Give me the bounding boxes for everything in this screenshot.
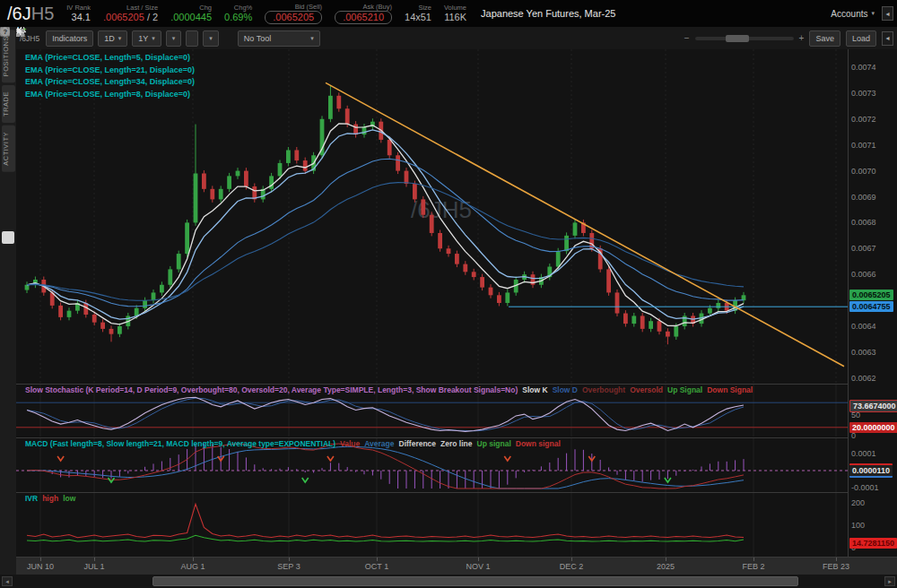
- horizontal-scrollbar[interactable]: ◂ ▸: [0, 575, 897, 588]
- quote-field-chg%: Chg%0.69%: [224, 4, 252, 23]
- range-dropdown[interactable]: 1Y▾: [132, 30, 161, 47]
- axis-tick-label: 0.0069: [851, 193, 876, 202]
- macd-down-signal: [327, 456, 334, 461]
- quote-field-value: .0065205 / 2: [103, 12, 158, 23]
- chart-settings-button[interactable]: [186, 30, 198, 47]
- quote-value-text: 116K: [444, 12, 466, 22]
- quote-field-label: Ask (Buy): [363, 3, 393, 11]
- sidebar-calculator-icon[interactable]: [2, 249, 14, 262]
- sidebar-tab-positions[interactable]: POSITIONS: [2, 30, 15, 82]
- zoom-slider[interactable]: [695, 37, 794, 40]
- time-axis-label: AUG 1: [180, 562, 205, 571]
- sidebar-support-icon[interactable]: $: [2, 303, 14, 316]
- quote-field-label: Last / Size: [126, 4, 158, 12]
- axis-tick-label: 0.0067: [851, 244, 876, 253]
- stochastic-panel[interactable]: Slow Stochastic (K Period=14, D Period=9…: [16, 385, 848, 437]
- scrollbar-handle[interactable]: [152, 576, 798, 586]
- macd-panel[interactable]: MACD (Fast length=8, Slow length=21, MAC…: [16, 438, 848, 492]
- sidebar-community-icon[interactable]: [2, 285, 14, 298]
- collapse-right-button[interactable]: ◂: [882, 31, 893, 46]
- time-axis-tick: [40, 558, 41, 561]
- time-axis-label: FEB 2: [742, 562, 764, 571]
- quote-field-ask-buy-[interactable]: Ask (Buy).0065210: [335, 3, 392, 24]
- legend-item-slow-d: Slow D: [553, 385, 578, 394]
- time-axis-label: DEC 2: [560, 562, 584, 571]
- save-button[interactable]: Save: [809, 30, 840, 47]
- quote-value-text: .0065205: [103, 12, 144, 22]
- ivr-header: IVRhighlow: [25, 494, 80, 503]
- chevron-down-icon: ▾: [152, 35, 155, 42]
- collapse-panel-button[interactable]: ◂: [882, 6, 893, 21]
- axis-tick-label: 0.0071: [851, 141, 876, 150]
- sidebar-chart-icon[interactable]: [2, 231, 14, 244]
- axis-tick-label: 0.0070: [851, 167, 876, 176]
- macd-down-signal: [57, 456, 64, 461]
- quote-field-value: .0065205: [265, 11, 322, 24]
- legend-item-low: low: [63, 494, 75, 503]
- scroll-right-button[interactable]: ▸: [884, 576, 895, 586]
- chevron-down-icon: ▾: [209, 35, 213, 42]
- quote-header: /6JH5 IV Rank34.1Last / Size.0065205 / 2…: [0, 0, 897, 27]
- quote-field-value: .0065210: [335, 11, 392, 24]
- quote-field-chg: Chg.0000445: [170, 4, 212, 23]
- load-button[interactable]: Load: [846, 30, 876, 47]
- sidebar-briefcase-icon[interactable]: [2, 213, 14, 226]
- sidebar-monitor-icon[interactable]: [2, 177, 14, 190]
- scroll-left-button[interactable]: ◂: [2, 576, 13, 586]
- macd-up-signal: [302, 478, 309, 482]
- quote-field-value: 116K: [444, 12, 466, 23]
- quote-field-size: Size14x51: [405, 4, 431, 23]
- cursor-icon: [16, 27, 24, 36]
- price-chart-panel[interactable]: /6JH5 EMA (Price=CLOSE, Length=5, Displa…: [16, 49, 848, 384]
- time-axis-label: OCT 1: [365, 562, 388, 571]
- quote-field-label: Bid (Sell): [295, 3, 322, 11]
- quote-value-suffix: / 2: [144, 12, 158, 22]
- drawing-tool-dropdown[interactable]: No Tool ▾: [238, 30, 320, 47]
- accounts-menu[interactable]: Accounts▾: [831, 9, 875, 19]
- indicators-button[interactable]: Indicators: [46, 30, 93, 47]
- axis-tick-label: -0.0001: [851, 483, 879, 492]
- zoom-in-button[interactable]: +: [799, 33, 805, 43]
- ivr-panel[interactable]: IVRhighlow: [16, 493, 848, 557]
- axis-tick-label: 0.0066: [851, 270, 876, 279]
- axis-tick-label: 0.0072: [851, 115, 876, 124]
- sidebar-clock-icon[interactable]: [2, 267, 14, 280]
- ema-legend-line: EMA (Price=CLOSE, Length=21, Displace=0): [25, 65, 195, 77]
- axis-tick-label: 0.0074: [851, 63, 876, 72]
- quote-value-text: .0000445: [170, 12, 212, 22]
- app-window: /6JH5 IV Rank34.1Last / Size.0065205 / 2…: [0, 0, 897, 588]
- ema-legend-line: EMA (Price=CLOSE, Length=34, Displace=0): [25, 76, 195, 89]
- svg-text:?: ?: [4, 28, 8, 36]
- time-axis-tick: [571, 558, 572, 561]
- time-axis-tick: [377, 558, 378, 561]
- time-axis-tick: [289, 558, 290, 561]
- time-axis-label: NOV 1: [466, 562, 490, 571]
- macd-header: MACD (Fast length=8, Slow length=21, MAC…: [25, 439, 565, 448]
- axis-price-badge: 14.7281150: [849, 538, 897, 549]
- zoom-out-button[interactable]: −: [684, 33, 690, 43]
- time-axis: JUN 10JUL 1AUG 1SEP 3OCT 1NOV 1DEC 22025…: [16, 557, 897, 575]
- chevron-down-icon: ▾: [871, 10, 875, 17]
- quote-field-label: IV Rank: [66, 4, 91, 12]
- quote-field-value: 0.69%: [224, 12, 252, 23]
- chart-type-dropdown[interactable]: ▾: [166, 30, 182, 47]
- quote-field-bid-sell-[interactable]: Bid (Sell).0065205: [265, 3, 322, 24]
- ivr-canvas[interactable]: [16, 493, 848, 557]
- chevron-down-icon: ▾: [310, 35, 314, 42]
- quote-value-text: .0065205: [273, 12, 314, 22]
- sidebar-tab-trade[interactable]: TRADE: [2, 85, 15, 123]
- sidebar-help-icon[interactable]: ?: [2, 321, 14, 333]
- sidebar-tab-activity[interactable]: ACTIVITY: [2, 125, 15, 172]
- quote-field-label: Chg%: [234, 4, 252, 12]
- layout-grid-dropdown[interactable]: + ▾: [203, 30, 219, 47]
- panel-title: Slow Stochastic (K Period=14, D Period=9…: [25, 385, 518, 394]
- stochastic-header: Slow Stochastic (K Period=14, D Period=9…: [25, 385, 757, 394]
- chart-toolbar: /6JH5 Indicators 1D▾ 1Y▾ ▾ + ▾ No Tool ▾…: [16, 27, 897, 49]
- time-axis-tick: [193, 558, 194, 561]
- ema-legend: EMA (Price=CLOSE, Length=5, Displace=0)E…: [25, 52, 195, 100]
- sidebar-watchlist-icon[interactable]: [2, 195, 14, 208]
- legend-item-average: Average: [364, 439, 394, 448]
- timeframe-dropdown[interactable]: 1D▾: [98, 30, 127, 47]
- macd-down-signal: [504, 456, 510, 461]
- zoom-slider-handle[interactable]: [726, 35, 749, 42]
